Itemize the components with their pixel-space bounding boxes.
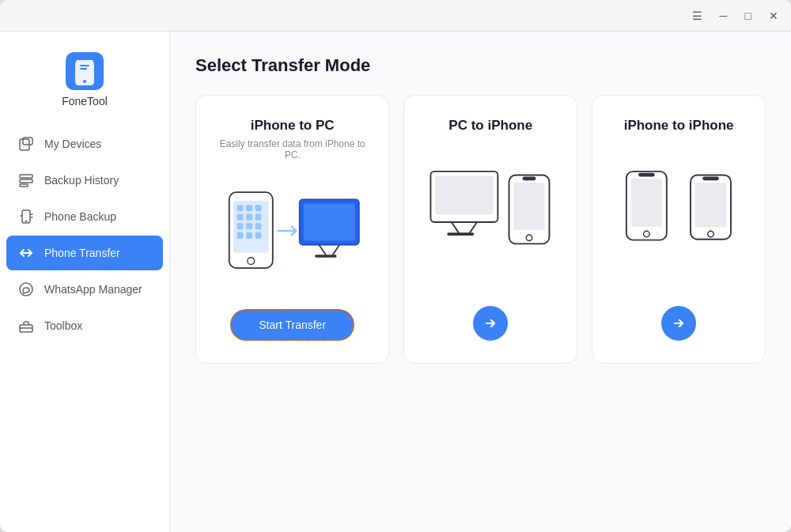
maximize-button[interactable]: □ — [742, 9, 755, 23]
card-desc-iphone-to-pc: Easily transfer data from iPhone to PC. — [215, 138, 369, 160]
card-action-iphone-to-iphone — [661, 298, 696, 341]
sidebar-item-backup-history[interactable]: Backup History — [6, 163, 163, 198]
sidebar-label-backup-history: Backup History — [44, 174, 119, 187]
card-iphone-to-iphone: iPhone to iPhone — [592, 95, 766, 364]
sidebar-label-phone-backup: Phone Backup — [44, 210, 116, 223]
svg-rect-1 — [80, 65, 89, 66]
svg-rect-25 — [246, 232, 252, 239]
svg-rect-35 — [513, 183, 545, 230]
my-devices-icon — [17, 135, 35, 153]
card-iphone-to-pc: iPhone to PC Easily transfer data from i… — [195, 95, 389, 364]
svg-rect-29 — [315, 255, 337, 258]
sidebar-label-my-devices: My Devices — [44, 138, 101, 150]
card-action-iphone-to-pc: Start Transfer — [230, 301, 354, 341]
iphone-to-iphone-arrow-button[interactable] — [661, 306, 696, 341]
pc-to-iphone-illustration — [423, 157, 558, 260]
title-bar: ☰ ─ □ ✕ — [0, 0, 791, 32]
window-controls: ☰ ─ □ ✕ — [689, 9, 782, 23]
toolbox-icon — [17, 317, 35, 334]
svg-rect-21 — [237, 223, 244, 229]
svg-rect-17 — [255, 205, 262, 211]
svg-rect-45 — [702, 176, 719, 180]
svg-rect-19 — [246, 214, 252, 221]
pc-to-iphone-arrow-button[interactable] — [473, 306, 508, 341]
sidebar-item-my-devices[interactable]: My Devices — [6, 126, 163, 161]
svg-point-3 — [83, 80, 86, 83]
svg-point-11 — [20, 283, 32, 296]
svg-rect-7 — [20, 179, 32, 183]
sidebar-label-whatsapp-manager: WhatsApp Manager — [44, 283, 142, 296]
sidebar-item-phone-backup[interactable]: Phone Backup — [6, 199, 163, 234]
card-title-iphone-to-pc: iPhone to PC — [251, 118, 335, 134]
svg-rect-41 — [638, 173, 655, 177]
iphone-to-pc-illustration — [215, 179, 369, 282]
svg-rect-43 — [695, 183, 727, 228]
card-pc-to-iphone: PC to iPhone — [403, 95, 577, 364]
card-title-iphone-to-iphone: iPhone to iPhone — [624, 118, 734, 134]
logo-text: FoneTool — [62, 95, 108, 108]
page-title: Select Transfer Mode — [195, 55, 766, 76]
svg-rect-23 — [255, 223, 262, 229]
svg-rect-15 — [237, 205, 244, 211]
sidebar-label-phone-transfer: Phone Transfer — [44, 247, 120, 259]
svg-rect-39 — [631, 179, 663, 226]
close-button[interactable]: ✕ — [766, 9, 782, 23]
svg-rect-18 — [237, 214, 244, 221]
svg-rect-22 — [246, 223, 252, 229]
phone-backup-icon — [17, 208, 35, 225]
svg-rect-33 — [448, 232, 475, 236]
svg-rect-24 — [237, 232, 244, 239]
svg-rect-8 — [20, 184, 28, 187]
menu-button[interactable]: ☰ — [689, 9, 706, 23]
card-action-pc-to-iphone — [473, 298, 508, 341]
phone-transfer-icon — [17, 244, 35, 262]
backup-history-icon — [17, 172, 35, 189]
sidebar-item-phone-transfer[interactable]: Phone Transfer — [6, 236, 163, 270]
svg-rect-37 — [523, 176, 536, 180]
sidebar-item-whatsapp-manager[interactable]: WhatsApp Manager — [6, 272, 163, 307]
start-transfer-button[interactable]: Start Transfer — [230, 309, 354, 341]
minimize-button[interactable]: ─ — [717, 9, 731, 23]
main-content: Select Transfer Mode iPhone to PC Easily… — [170, 32, 791, 532]
app-body: FoneTool My Devices — [0, 32, 791, 532]
whatsapp-icon — [17, 281, 35, 298]
svg-rect-20 — [255, 214, 262, 221]
svg-rect-32 — [435, 175, 494, 214]
card-title-pc-to-iphone: PC to iPhone — [448, 118, 532, 134]
sidebar-nav: My Devices Backup History — [0, 123, 169, 346]
sidebar: FoneTool My Devices — [0, 32, 170, 532]
svg-rect-30 — [304, 203, 355, 240]
iphone-to-iphone-illustration — [611, 157, 746, 260]
svg-rect-26 — [255, 232, 262, 239]
fonetool-logo-icon — [66, 52, 104, 90]
svg-rect-10 — [25, 221, 28, 222]
svg-rect-16 — [246, 205, 252, 211]
svg-rect-6 — [20, 175, 32, 178]
svg-rect-2 — [80, 68, 87, 70]
cards-container: iPhone to PC Easily transfer data from i… — [195, 95, 766, 364]
sidebar-label-toolbox: Toolbox — [44, 319, 82, 332]
logo-section: FoneTool — [0, 40, 169, 123]
sidebar-item-toolbox[interactable]: Toolbox — [6, 308, 163, 343]
arrow-right-icon-2 — [672, 316, 686, 330]
arrow-right-icon — [483, 316, 498, 330]
app-window: ☰ ─ □ ✕ FoneTool — [0, 0, 791, 532]
